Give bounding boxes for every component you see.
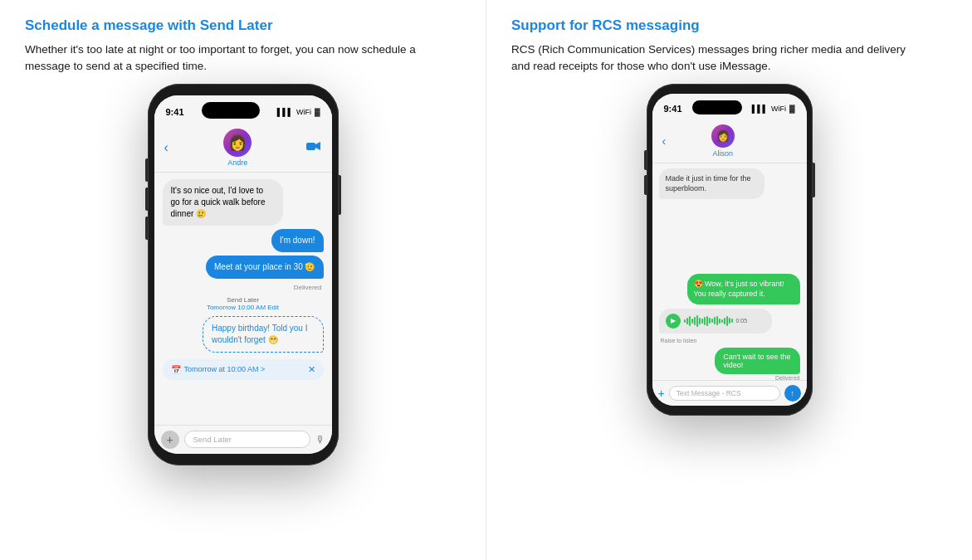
status-icons: ▌▌▌ WiFi ▓	[277, 108, 320, 116]
schedule-pill-label: Tomorrow at 10:00 AM >	[184, 365, 266, 373]
input-bar: + Send Later 🎙	[154, 425, 332, 454]
right-signal-icon: ▌▌▌	[752, 105, 768, 113]
left-section-text: Schedule a message with Send Later Wheth…	[25, 17, 461, 75]
nav-center: 👩 Andre	[223, 129, 252, 167]
right-section-title: Support for RCS messaging	[511, 17, 947, 35]
dynamic-island	[202, 102, 260, 119]
video-call-button[interactable]	[306, 141, 321, 154]
rcs-sent-2: Can't wait to see the video!	[715, 348, 799, 374]
contact-name[interactable]: Andre	[227, 158, 247, 167]
wave-13	[714, 317, 716, 324]
right-back-button[interactable]: ‹	[662, 134, 667, 148]
status-time: 9:41	[166, 107, 184, 117]
wave-18	[726, 316, 728, 326]
wave-4	[691, 319, 693, 324]
schedule-pill-text: 📅 Tomorrow at 10:00 AM >	[171, 365, 266, 374]
wave-2	[686, 318, 688, 324]
plus-icon: +	[166, 433, 173, 446]
wave-16	[721, 319, 723, 323]
svg-marker-1	[315, 142, 320, 150]
svg-rect-0	[306, 143, 315, 150]
add-attachment-button[interactable]: +	[161, 431, 179, 449]
raise-to-listen-label: Raise to listen	[659, 338, 800, 343]
avatar: 👩	[223, 129, 252, 157]
right-section-desc: RCS (Rich Communication Services) messag…	[511, 41, 910, 75]
wave-9	[704, 317, 706, 325]
rcs-received-1: Made it just in time for the superbloom.	[659, 168, 765, 199]
rcs-messages-area: Made it just in time for the superbloom.…	[652, 163, 807, 380]
signal-icon: ▌▌▌	[277, 108, 293, 116]
left-phone-screen: 9:41 ▌▌▌ WiFi ▓ ‹ 👩 Andre	[154, 95, 332, 454]
right-avatar: 👩	[711, 124, 735, 148]
right-status-time: 9:41	[664, 104, 682, 114]
right-wifi-icon: WiFi	[771, 105, 786, 113]
right-status-bar: 9:41 ▌▌▌ WiFi ▓	[652, 94, 807, 121]
send-later-info: Send Later Tomorrow 10:00 AM Edit	[163, 296, 324, 311]
input-placeholder: Send Later	[193, 435, 232, 444]
message-input[interactable]: Send Later	[184, 431, 310, 448]
wave-10	[706, 316, 708, 326]
wave-7	[699, 318, 701, 324]
wave-1	[684, 319, 686, 323]
left-section-desc: Whether it's too late at night or too im…	[25, 41, 423, 75]
received-message-1: It's so nice out, I'd love to go for a q…	[163, 179, 284, 226]
delivered-status: Delivered	[163, 284, 322, 291]
wave-11	[709, 318, 711, 324]
wave-8	[701, 319, 703, 324]
right-battery-icon: ▓	[789, 105, 795, 113]
wave-3	[689, 316, 691, 326]
right-phone-screen: 9:41 ▌▌▌ WiFi ▓ ‹ 👩 Alison	[652, 94, 807, 406]
right-dynamic-island	[692, 100, 742, 114]
right-vol-2	[644, 175, 647, 195]
wave-14	[716, 316, 718, 325]
rcs-sent-container: Can't wait to see the video! Delivered	[694, 348, 800, 380]
rcs-input-bar: + Text Message - RCS ↑	[652, 380, 807, 406]
schedule-pill[interactable]: 📅 Tomorrow at 10:00 AM > ✕	[163, 359, 324, 380]
edit-button[interactable]: Edit	[267, 304, 279, 311]
send-later-time: Tomorrow 10:00 AM	[207, 304, 267, 311]
right-nav-bar: ‹ 👩 Alison	[652, 121, 807, 163]
left-phone: 9:41 ▌▌▌ WiFi ▓ ‹ 👩 Andre	[148, 84, 339, 465]
right-section-text: Support for RCS messaging RCS (Rich Comm…	[511, 17, 947, 75]
right-vol-1	[644, 150, 647, 170]
rcs-sent-1: 😍 Wow, it's just so vibrant! You really …	[687, 274, 800, 304]
nav-bar: ‹ 👩 Andre	[154, 125, 332, 173]
rcs-send-button[interactable]: ↑	[784, 385, 801, 402]
wifi-icon: WiFi	[296, 108, 311, 116]
right-status-icons: ▌▌▌ WiFi ▓	[752, 105, 795, 113]
sent-message-1: I'm down!	[271, 229, 323, 252]
left-section: Schedule a message with Send Later Wheth…	[0, 0, 486, 560]
sent-message-2: Meet at your place in 30 🫡	[206, 256, 324, 279]
microphone-icon[interactable]: 🎙	[315, 434, 325, 446]
wave-6	[696, 315, 698, 327]
audio-duration: 0:05	[736, 318, 748, 324]
wave-12	[711, 319, 713, 323]
right-nav-center: 👩 Alison	[711, 124, 735, 158]
left-section-title: Schedule a message with Send Later	[25, 17, 461, 35]
scheduled-message: Happy birthday! Told you I wouldn't forg…	[203, 316, 324, 353]
right-contact-name[interactable]: Alison	[713, 149, 734, 158]
close-schedule-button[interactable]: ✕	[308, 364, 315, 375]
rcs-message-input[interactable]: Text Message - RCS	[669, 386, 780, 401]
right-phone-container: 9:41 ▌▌▌ WiFi ▓ ‹ 👩 Alison	[511, 84, 947, 552]
vol-button-1	[145, 187, 148, 211]
right-phone: 9:41 ▌▌▌ WiFi ▓ ‹ 👩 Alison	[647, 84, 813, 416]
wave-17	[724, 318, 725, 324]
messages-area: It's so nice out, I'd love to go for a q…	[154, 173, 332, 425]
rcs-audio-message: ▶	[659, 309, 772, 334]
vol-button-2	[145, 217, 148, 240]
battery-icon: ▓	[315, 108, 320, 116]
status-bar: 9:41 ▌▌▌ WiFi ▓	[154, 95, 332, 125]
wave-5	[694, 317, 696, 325]
play-button[interactable]: ▶	[666, 314, 681, 329]
wave-15	[719, 319, 720, 324]
back-button[interactable]: ‹	[164, 140, 169, 155]
rcs-input-placeholder: Text Message - RCS	[676, 389, 741, 397]
left-phone-container: 9:41 ▌▌▌ WiFi ▓ ‹ 👩 Andre	[25, 84, 461, 552]
wave-20	[731, 319, 733, 323]
rcs-add-button[interactable]: +	[658, 387, 665, 400]
wave-19	[729, 318, 730, 324]
right-section: Support for RCS messaging RCS (Rich Comm…	[486, 0, 972, 560]
audio-waveform	[684, 314, 733, 328]
